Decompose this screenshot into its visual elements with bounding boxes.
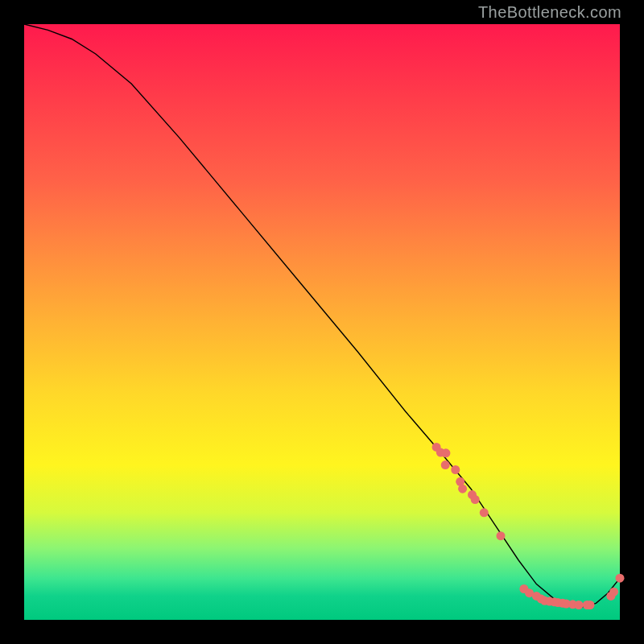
data-point — [574, 601, 583, 609]
data-point — [497, 531, 506, 540]
data-point — [616, 574, 625, 583]
data-point — [586, 601, 595, 609]
data-point — [441, 460, 450, 469]
data-point — [451, 465, 460, 474]
bottleneck-curve — [24, 24, 620, 607]
frame: TheBottleneck.com — [0, 0, 644, 644]
data-point — [609, 588, 618, 597]
data-point — [441, 448, 450, 457]
watermark-text: TheBottleneck.com — [478, 3, 621, 22]
data-point — [471, 495, 480, 504]
data-point — [458, 485, 467, 493]
chart-area — [24, 24, 620, 620]
data-point — [480, 508, 489, 517]
chart-svg — [24, 24, 620, 620]
